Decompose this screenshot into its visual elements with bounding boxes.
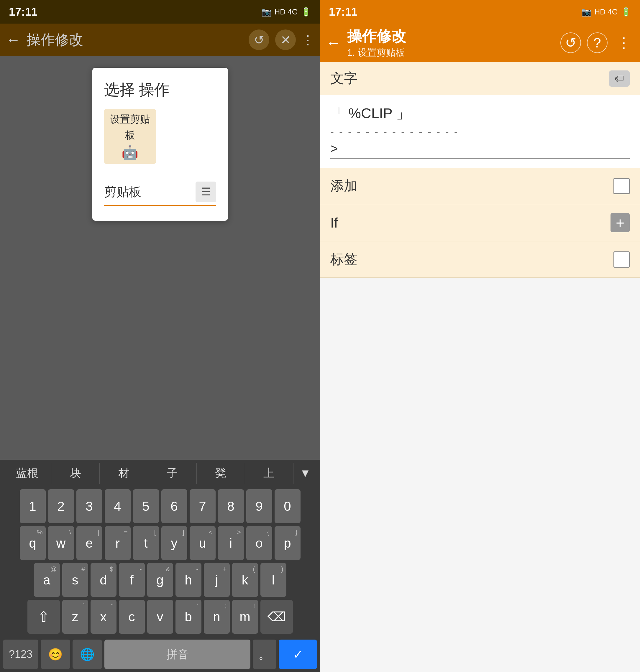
key-sym[interactable]: ?123 — [3, 640, 38, 669]
key-n[interactable]: ;n — [204, 600, 230, 634]
key-u[interactable]: <u — [190, 526, 216, 560]
key-5[interactable]: 5 — [133, 489, 159, 523]
chip-text-line2: 板 — [125, 129, 135, 142]
key-period[interactable]: 。 — [253, 640, 276, 669]
tag-row[interactable]: 标签 — [320, 241, 640, 278]
suggestion-row: 蓝根 块 材 子 凳 上 ▼ — [0, 460, 320, 486]
key-b[interactable]: 'b — [175, 600, 201, 634]
toolbar-title-block: 操作修改 1. 设置剪贴板 — [347, 27, 554, 59]
key-p[interactable]: }p — [275, 526, 301, 560]
key-globe[interactable]: 🌐 — [73, 640, 102, 669]
key-y[interactable]: ]y — [161, 526, 187, 560]
back-button-right[interactable]: ← — [326, 34, 341, 51]
key-h[interactable]: -h — [175, 563, 201, 597]
undo-button-left[interactable]: ↺ — [249, 29, 269, 50]
action-chip[interactable]: 设置剪贴 板 🤖 — [104, 109, 156, 164]
suggestion-1[interactable]: 蓝根 — [3, 463, 51, 484]
suggestion-expand[interactable]: ▼ — [293, 464, 317, 482]
key-k[interactable]: (k — [232, 563, 258, 597]
kb-number-row: 1 2 3 4 5 6 7 8 9 0 — [3, 489, 317, 523]
if-label: If — [330, 215, 338, 231]
key-6[interactable]: 6 — [161, 489, 187, 523]
input-prompt[interactable]: > — [330, 141, 630, 156]
left-panel: 17:11 📷 HD 4G 🔋 ← 操作修改 ↺ ✕ ⋮ 选择 操作 设置剪贴 … — [0, 0, 320, 672]
key-o[interactable]: {o — [246, 526, 272, 560]
key-g[interactable]: &g — [147, 563, 173, 597]
time-left: 17:11 — [9, 5, 38, 18]
key-j[interactable]: +j — [204, 563, 230, 597]
key-s[interactable]: #s — [62, 563, 88, 597]
key-a[interactable]: @a — [34, 563, 60, 597]
camera-icon-right: 📷 — [581, 7, 592, 17]
time-right: 17:11 — [329, 5, 358, 18]
input-icon-button[interactable]: ☰ — [195, 182, 216, 202]
add-row[interactable]: 添加 — [320, 168, 640, 204]
toolbar-main-title: 操作修改 — [347, 27, 554, 46]
battery-icon-left: 🔋 — [301, 7, 311, 17]
dashed-line: - - - - - - - - - - - - - - - — [330, 126, 630, 138]
key-8[interactable]: 8 — [218, 489, 244, 523]
key-r[interactable]: =r — [105, 526, 131, 560]
kb-zxcv-row: ⇧ `z "x c v 'b ;n !m ⌫ — [3, 600, 317, 634]
if-add-button[interactable]: + — [611, 213, 630, 232]
close-button-left[interactable]: ✕ — [275, 29, 296, 50]
key-m[interactable]: !m — [232, 600, 258, 634]
key-f[interactable]: -f — [119, 563, 145, 597]
key-0[interactable]: 0 — [275, 489, 301, 523]
key-w[interactable]: \w — [48, 526, 74, 560]
undo-button-right[interactable]: ↺ — [561, 32, 581, 53]
key-emoji[interactable]: 😊 — [41, 640, 70, 669]
suggestion-4[interactable]: 子 — [148, 463, 197, 484]
toolbar-sub-title: 1. 设置剪贴板 — [347, 46, 554, 59]
suggestion-5[interactable]: 凳 — [197, 463, 245, 484]
key-enter[interactable]: ✓ — [279, 640, 317, 669]
signal-icon-left: HD 4G — [275, 8, 298, 16]
key-e[interactable]: |e — [76, 526, 102, 560]
clipboard-input-row: 剪贴板 ☰ — [104, 182, 216, 206]
key-x[interactable]: "x — [90, 600, 116, 634]
keyboard-rows: 1 2 3 4 5 6 7 8 9 0 %q \w |e =r [t ]y <u… — [0, 486, 320, 638]
key-i[interactable]: >i — [218, 526, 244, 560]
suggestion-2[interactable]: 块 — [51, 463, 100, 484]
section-label: 文字 — [330, 69, 358, 88]
key-2[interactable]: 2 — [48, 489, 74, 523]
right-panel: 17:11 📷 HD 4G 🔋 ← 操作修改 1. 设置剪贴板 ↺ ? ⋮ 文字… — [320, 0, 640, 672]
add-checkbox[interactable] — [613, 178, 630, 194]
key-v[interactable]: v — [147, 600, 173, 634]
suggestion-3[interactable]: 材 — [100, 463, 148, 484]
key-4[interactable]: 4 — [105, 489, 131, 523]
key-d[interactable]: $d — [90, 563, 116, 597]
key-9[interactable]: 9 — [246, 489, 272, 523]
title-left: 操作修改 — [27, 30, 243, 49]
kb-qwerty-row: %q \w |e =r [t ]y <u >i {o }p — [3, 526, 317, 560]
status-bar-right: 17:11 📷 HD 4G 🔋 — [320, 0, 640, 24]
if-row[interactable]: If + — [320, 204, 640, 241]
add-label: 添加 — [330, 177, 358, 195]
status-icons-right: 📷 HD 4G 🔋 — [581, 7, 631, 17]
toolbar-right: ← 操作修改 1. 设置剪贴板 ↺ ? ⋮ — [320, 24, 640, 62]
key-backspace[interactable]: ⌫ — [260, 600, 293, 634]
key-t[interactable]: [t — [133, 526, 159, 560]
menu-icon: ☰ — [201, 186, 210, 198]
key-shift[interactable]: ⇧ — [27, 600, 60, 634]
back-button-left[interactable]: ← — [6, 31, 21, 48]
suggestion-6[interactable]: 上 — [245, 463, 293, 484]
key-7[interactable]: 7 — [190, 489, 216, 523]
key-1[interactable]: 1 — [20, 489, 46, 523]
tag-icon[interactable]: 🏷 — [609, 71, 630, 87]
key-l[interactable]: )l — [260, 563, 286, 597]
signal-icon-right: HD 4G — [595, 8, 618, 16]
key-c[interactable]: c — [119, 600, 145, 634]
more-button-right[interactable]: ⋮ — [613, 34, 634, 51]
key-z[interactable]: `z — [62, 600, 88, 634]
clipboard-input-label[interactable]: 剪贴板 — [104, 184, 190, 200]
help-button-right[interactable]: ? — [587, 32, 608, 53]
key-3[interactable]: 3 — [76, 489, 102, 523]
tag-checkbox[interactable] — [613, 251, 630, 268]
chip-text-line1: 设置剪贴 — [110, 113, 150, 126]
key-space[interactable]: 拼音 — [104, 640, 250, 669]
text-section-header: 文字 🏷 — [320, 62, 640, 95]
more-button-left[interactable]: ⋮ — [302, 33, 314, 47]
key-q[interactable]: %q — [20, 526, 46, 560]
plus-icon: + — [616, 214, 624, 232]
